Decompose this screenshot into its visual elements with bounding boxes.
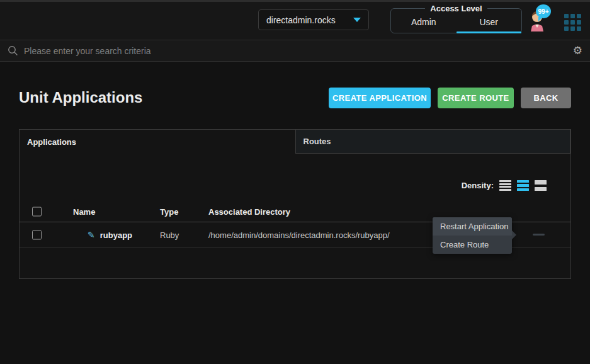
row-actions-menu-icon[interactable] [533, 234, 545, 236]
density-selector: Density: [462, 180, 547, 191]
unit-applications-panel: Applications Routes Density: Name Type A… [19, 129, 571, 279]
search-icon [8, 45, 18, 56]
column-header-type: Type [160, 207, 178, 216]
domain-select[interactable]: directadmin.rocks [258, 9, 369, 30]
page-title: Unit Applications [19, 89, 142, 106]
tab-routes[interactable]: Routes [295, 129, 571, 154]
tab-applications[interactable]: Applications [20, 130, 295, 154]
back-button[interactable]: BACK [521, 88, 571, 108]
access-level-active-indicator [457, 31, 522, 33]
context-menu-arrow [512, 230, 516, 239]
select-all-checkbox[interactable] [32, 207, 42, 216]
density-label: Density: [462, 181, 494, 190]
access-level-legend: Access Level [425, 4, 487, 13]
tab-applications-label: Applications [27, 137, 76, 147]
global-search-bar: ⚙ [0, 40, 590, 62]
access-level-switch: Access Level Admin User [390, 4, 522, 33]
row-context-menu: Restart Application Create Route [433, 217, 512, 254]
access-level-user[interactable]: User [457, 17, 522, 27]
density-comfortable-icon[interactable] [535, 180, 547, 191]
menu-item-create-route[interactable]: Create Route [433, 236, 512, 254]
top-bar: directadmin.rocks Access Level Admin Use… [0, 0, 590, 40]
edit-pencil-icon[interactable]: ✎ [88, 230, 95, 239]
apps-grid-icon[interactable] [564, 14, 581, 31]
chevron-down-icon [353, 18, 361, 22]
row-directory: /home/admin/domains/directadmin.rocks/ru… [208, 230, 390, 239]
menu-item-restart-application[interactable]: Restart Application [433, 217, 512, 236]
row-name: rubyapp [100, 230, 132, 239]
notification-count: 99+ [538, 8, 549, 15]
column-header-name: Name [73, 207, 95, 216]
topbar-accent-strip [0, 0, 590, 2]
column-header-directory: Associated Directory [208, 207, 290, 216]
density-normal-icon[interactable] [517, 180, 529, 191]
create-application-button[interactable]: CREATE APPLICATION [329, 88, 431, 108]
row-type: Ruby [160, 230, 179, 239]
create-route-button[interactable]: CREATE ROUTE [438, 88, 514, 108]
domain-select-value: directadmin.rocks [266, 15, 336, 25]
access-level-admin[interactable]: Admin [391, 17, 457, 27]
tab-routes-label: Routes [304, 137, 331, 146]
density-compact-icon[interactable] [499, 180, 511, 191]
search-input[interactable] [24, 46, 573, 56]
panel-tabs: Applications Routes [20, 130, 570, 154]
gear-icon[interactable]: ⚙ [573, 45, 582, 56]
notification-badge[interactable]: 99+ [536, 4, 551, 18]
row-checkbox[interactable] [32, 230, 42, 239]
